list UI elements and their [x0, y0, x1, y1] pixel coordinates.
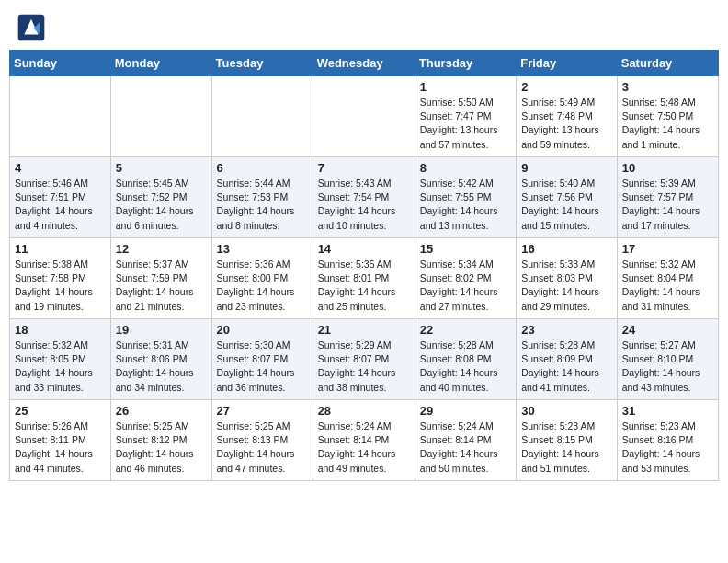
day-info: Sunrise: 5:24 AMSunset: 8:14 PMDaylight:… — [420, 419, 511, 476]
sun-info: and 50 minutes. — [420, 463, 489, 474]
sun-info: Sunrise: 5:32 AM — [15, 339, 88, 350]
sun-info: Sunset: 7:54 PM — [318, 191, 390, 202]
calendar-cell — [110, 76, 211, 157]
day-info: Sunrise: 5:48 AMSunset: 7:50 PMDaylight:… — [622, 96, 713, 152]
daylight-hours-label: Daylight: 14 hours — [217, 448, 295, 459]
sun-info: and 33 minutes. — [15, 382, 84, 393]
sun-info: Sunset: 8:14 PM — [420, 434, 492, 445]
day-number: 14 — [318, 242, 410, 256]
day-info: Sunrise: 5:32 AMSunset: 8:05 PMDaylight:… — [15, 339, 106, 395]
day-number: 16 — [521, 242, 612, 256]
day-number: 12 — [116, 242, 207, 256]
sun-info: Sunrise: 5:36 AM — [217, 259, 290, 270]
calendar-cell — [211, 76, 313, 157]
day-info: Sunrise: 5:25 AMSunset: 8:13 PMDaylight:… — [217, 419, 308, 476]
day-number: 25 — [15, 404, 106, 418]
daylight-hours-label: Daylight: 14 hours — [15, 367, 93, 378]
day-info: Sunrise: 5:27 AMSunset: 8:10 PMDaylight:… — [622, 339, 713, 395]
day-number: 23 — [521, 323, 612, 337]
calendar-table: SundayMondayTuesdayWednesdayThursdayFrid… — [9, 50, 719, 481]
sun-info: Sunrise: 5:37 AM — [116, 259, 189, 270]
day-info: Sunrise: 5:30 AMSunset: 8:07 PMDaylight:… — [217, 339, 308, 395]
day-info: Sunrise: 5:40 AMSunset: 7:56 PMDaylight:… — [521, 177, 612, 233]
sun-info: and 19 minutes. — [15, 301, 84, 312]
sun-info: and 27 minutes. — [420, 301, 489, 312]
calendar-cell: 22Sunrise: 5:28 AMSunset: 8:08 PMDayligh… — [415, 319, 516, 400]
sun-info: Sunrise: 5:31 AM — [116, 339, 189, 350]
daylight-hours-label: Daylight: 14 hours — [622, 124, 700, 135]
sun-info: Sunrise: 5:44 AM — [217, 178, 290, 189]
day-info: Sunrise: 5:26 AMSunset: 8:11 PMDaylight:… — [15, 419, 106, 476]
day-info: Sunrise: 5:37 AMSunset: 7:59 PMDaylight:… — [116, 258, 207, 314]
calendar-cell: 8Sunrise: 5:42 AMSunset: 7:55 PMDaylight… — [415, 157, 516, 238]
daylight-hours-label: Daylight: 13 hours — [420, 124, 498, 135]
daylight-hours-label: Daylight: 14 hours — [622, 448, 700, 459]
day-number: 9 — [521, 161, 612, 175]
sun-info: Sunrise: 5:25 AM — [116, 420, 189, 431]
sun-info: Sunrise: 5:23 AM — [521, 420, 595, 431]
calendar-cell: 6Sunrise: 5:44 AMSunset: 7:53 PMDaylight… — [211, 157, 313, 238]
sun-info: Sunset: 7:47 PM — [420, 110, 492, 121]
day-number: 24 — [622, 323, 713, 337]
sun-info: and 8 minutes. — [217, 220, 280, 231]
day-info: Sunrise: 5:28 AMSunset: 8:08 PMDaylight:… — [420, 339, 511, 395]
sun-info: Sunrise: 5:33 AM — [521, 259, 595, 270]
sun-info: Sunset: 8:02 PM — [420, 272, 492, 283]
sun-info: and 47 minutes. — [217, 463, 286, 474]
calendar-cell: 3Sunrise: 5:48 AMSunset: 7:50 PMDaylight… — [617, 76, 718, 157]
sun-info: Sunrise: 5:40 AM — [521, 178, 595, 189]
day-info: Sunrise: 5:36 AMSunset: 8:00 PMDaylight:… — [217, 258, 308, 314]
sun-info: Sunset: 7:50 PM — [622, 110, 694, 121]
sun-info: Sunrise: 5:27 AM — [622, 339, 696, 350]
sun-info: Sunrise: 5:28 AM — [420, 339, 494, 350]
daylight-hours-label: Daylight: 14 hours — [318, 448, 396, 459]
calendar-cell — [10, 76, 111, 157]
day-number: 26 — [116, 404, 207, 418]
daylight-hours-label: Daylight: 14 hours — [217, 367, 295, 378]
calendar-wrap: SundayMondayTuesdayWednesdayThursdayFrid… — [0, 50, 728, 490]
sun-info: and 25 minutes. — [318, 301, 387, 312]
sun-info: Sunset: 7:59 PM — [116, 272, 188, 283]
logo-icon — [17, 13, 46, 42]
sun-info: Sunset: 8:00 PM — [217, 272, 289, 283]
daylight-hours-label: Daylight: 14 hours — [318, 205, 396, 216]
day-info: Sunrise: 5:39 AMSunset: 7:57 PMDaylight:… — [622, 177, 713, 233]
sun-info: Sunrise: 5:42 AM — [420, 178, 494, 189]
calendar-cell: 28Sunrise: 5:24 AMSunset: 8:14 PMDayligh… — [313, 400, 415, 481]
sun-info: and 59 minutes. — [521, 139, 590, 150]
daylight-hours-label: Daylight: 14 hours — [420, 367, 498, 378]
calendar-cell: 29Sunrise: 5:24 AMSunset: 8:14 PMDayligh… — [415, 400, 516, 481]
col-header-monday: Monday — [110, 51, 211, 76]
calendar-cell: 4Sunrise: 5:46 AMSunset: 7:51 PMDaylight… — [10, 157, 111, 238]
calendar-cell: 5Sunrise: 5:45 AMSunset: 7:52 PMDaylight… — [110, 157, 211, 238]
day-info: Sunrise: 5:33 AMSunset: 8:03 PMDaylight:… — [521, 258, 612, 314]
sun-info: Sunrise: 5:49 AM — [521, 97, 595, 108]
calendar-cell: 16Sunrise: 5:33 AMSunset: 8:03 PMDayligh… — [517, 238, 618, 319]
calendar-cell: 12Sunrise: 5:37 AMSunset: 7:59 PMDayligh… — [110, 238, 211, 319]
calendar-cell: 23Sunrise: 5:28 AMSunset: 8:09 PMDayligh… — [517, 319, 618, 400]
day-number: 11 — [15, 242, 106, 256]
sun-info: Sunrise: 5:29 AM — [318, 339, 392, 350]
sun-info: Sunrise: 5:35 AM — [318, 259, 392, 270]
sun-info: Sunrise: 5:24 AM — [420, 420, 494, 431]
day-number: 20 — [217, 323, 308, 337]
header — [0, 0, 728, 50]
day-info: Sunrise: 5:24 AMSunset: 8:14 PMDaylight:… — [318, 419, 410, 476]
sun-info: Sunrise: 5:43 AM — [318, 178, 392, 189]
sun-info: Sunrise: 5:39 AM — [622, 178, 696, 189]
calendar-cell: 7Sunrise: 5:43 AMSunset: 7:54 PMDaylight… — [313, 157, 415, 238]
day-number: 6 — [217, 161, 308, 175]
sun-info: Sunset: 7:53 PM — [217, 191, 289, 202]
sun-info: Sunset: 8:06 PM — [116, 353, 188, 364]
calendar-cell: 27Sunrise: 5:25 AMSunset: 8:13 PMDayligh… — [211, 400, 313, 481]
day-number: 31 — [622, 404, 713, 418]
sun-info: and 49 minutes. — [318, 463, 387, 474]
daylight-hours-label: Daylight: 14 hours — [116, 205, 194, 216]
sun-info: Sunset: 8:07 PM — [217, 353, 289, 364]
sun-info: and 21 minutes. — [116, 301, 185, 312]
sun-info: Sunset: 7:56 PM — [521, 191, 593, 202]
sun-info: and 41 minutes. — [521, 382, 590, 393]
sun-info: Sunrise: 5:34 AM — [420, 259, 494, 270]
sun-info: and 36 minutes. — [217, 382, 286, 393]
daylight-hours-label: Daylight: 14 hours — [15, 205, 93, 216]
